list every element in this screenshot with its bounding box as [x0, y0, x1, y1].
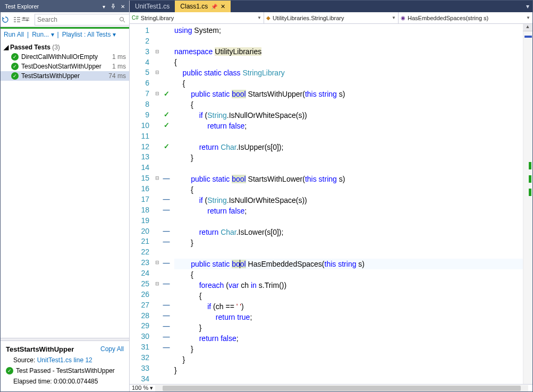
search-box[interactable]: [35, 14, 130, 25]
line-number: 20: [130, 227, 154, 235]
code-line[interactable]: {: [174, 57, 523, 67]
code-line[interactable]: if (String.IsNullOrWhiteSpace(s)): [174, 195, 523, 206]
search-input[interactable]: [35, 16, 119, 23]
code-body[interactable]: using System; namespace UtilityLibraries…: [174, 24, 523, 384]
group-by-icon[interactable]: [13, 13, 21, 26]
code-line[interactable]: {: [174, 78, 523, 89]
document-tabbar: UnitTest1.csClass1.cs📌✕ ▾: [130, 1, 532, 12]
code-line[interactable]: {: [174, 291, 523, 301]
code-line[interactable]: }: [174, 365, 523, 376]
tab-label: UnitTest1.cs: [135, 3, 170, 10]
fold-icon[interactable]: ⊟: [154, 49, 161, 54]
test-run-linkbar: Run All | Run... ▾ | Playlist : All Test…: [1, 29, 129, 40]
panel-title: Test Explorer: [5, 3, 99, 10]
code-line[interactable]: [174, 376, 523, 384]
code-line[interactable]: [174, 163, 523, 174]
code-line[interactable]: return false;: [174, 206, 523, 216]
code-line[interactable]: }: [174, 344, 523, 354]
window-position-icon[interactable]: ▾: [99, 2, 108, 11]
close-tab-icon[interactable]: ✕: [221, 3, 225, 10]
coverage-indicator: —: [161, 174, 172, 182]
coverage-marker: [529, 162, 531, 169]
code-line[interactable]: return false;: [174, 121, 523, 131]
code-line[interactable]: public static bool StartsWithLower(this …: [174, 174, 523, 184]
detail-source-link[interactable]: UnitTest1.cs line 12: [37, 356, 92, 364]
nav-member-combo[interactable]: ◉ HasEmbeddedSpaces(string s) ▼: [399, 12, 532, 23]
code-line[interactable]: {: [174, 99, 523, 110]
pin-icon[interactable]: 📌: [211, 4, 217, 10]
test-duration: 1 ms: [112, 53, 126, 61]
line-number: 19: [130, 216, 154, 225]
pin-icon[interactable]: [109, 2, 117, 11]
fold-icon[interactable]: ⊟: [154, 260, 161, 265]
nav-project-combo[interactable]: C# StringLibrary ▼: [130, 12, 264, 23]
split-icon[interactable]: ▲: [523, 24, 532, 31]
code-line[interactable]: foreach (var ch in s.Trim()): [174, 280, 523, 291]
code-line[interactable]: {: [174, 269, 523, 280]
code-line[interactable]: return false;: [174, 333, 523, 344]
search-icon[interactable]: [119, 16, 130, 23]
code-line[interactable]: [174, 216, 523, 227]
chevron-down-icon: ▼: [526, 15, 530, 20]
code-line[interactable]: }: [174, 237, 523, 248]
line-number: 2: [130, 37, 154, 45]
code-line[interactable]: }: [174, 322, 523, 333]
document-tab[interactable]: Class1.cs📌✕: [175, 1, 231, 12]
code-line[interactable]: using System;: [174, 25, 523, 36]
code-line[interactable]: return true;: [174, 312, 523, 322]
code-line[interactable]: if (ch == ' '): [174, 301, 523, 312]
code-editor[interactable]: 1 2 3 ⊟ 4 5 ⊟ 6 7 ⊟ ✓ 8 9 ✓ 10 ✓ 11 12 ✓: [130, 24, 532, 384]
fold-icon[interactable]: ⊟: [154, 70, 161, 75]
code-line[interactable]: [174, 36, 523, 46]
editor-statusbar: 100 % ▾: [130, 384, 532, 391]
expand-icon[interactable]: ◢: [4, 44, 10, 51]
line-number: 31: [130, 343, 154, 351]
fold-icon[interactable]: ⊟: [154, 175, 161, 181]
coverage-indicator: —: [161, 322, 172, 330]
coverage-marker: [529, 189, 531, 196]
zoom-level[interactable]: 100 % ▾: [132, 385, 153, 391]
coverage-indicator: ✓: [161, 110, 172, 118]
nav-class-combo[interactable]: ◆ UtilityLibraries.StringLibrary ▼: [264, 12, 399, 23]
line-number: 26: [130, 290, 154, 299]
test-item[interactable]: ✓ TestStartsWithUpper 74 ms: [1, 71, 129, 81]
line-number: 32: [130, 353, 154, 362]
code-line[interactable]: }: [174, 354, 523, 365]
test-group-passed[interactable]: ◢ Passed Tests (3): [1, 42, 129, 52]
fold-icon[interactable]: ⊟: [154, 91, 161, 96]
code-line[interactable]: public static bool StartsWithUpper(this …: [174, 89, 523, 99]
code-line[interactable]: [174, 248, 523, 259]
test-item[interactable]: ✓ DirectCallWithNullOrEmpty 1 ms: [1, 52, 129, 62]
code-line[interactable]: }: [174, 152, 523, 163]
line-number: 10: [130, 121, 154, 130]
run-link[interactable]: Run... ▾: [32, 31, 54, 38]
code-line[interactable]: public static class StringLibrary: [174, 67, 523, 78]
code-line[interactable]: {: [174, 184, 523, 195]
test-item[interactable]: ✓ TestDoesNotStartWithUpper 1 ms: [1, 62, 129, 71]
code-line[interactable]: [174, 131, 523, 142]
code-line[interactable]: return Char.IsUpper(s[0]);: [174, 142, 523, 152]
fold-icon[interactable]: ⊟: [154, 281, 161, 286]
playlist-link[interactable]: Playlist : All Tests ▾: [62, 31, 116, 38]
chevron-down-icon: ▼: [257, 15, 261, 20]
document-tab[interactable]: UnitTest1.cs: [130, 1, 175, 12]
coverage-indicator: —: [161, 227, 172, 235]
vertical-scrollbar[interactable]: ▲: [523, 24, 532, 384]
copy-all-link[interactable]: Copy All: [100, 345, 124, 353]
refresh-icon[interactable]: [2, 13, 9, 26]
coverage-indicator: ✓: [161, 90, 172, 98]
line-number: 23: [130, 258, 154, 267]
run-all-link[interactable]: Run All: [4, 31, 24, 38]
close-icon[interactable]: ✕: [119, 2, 127, 11]
pass-icon: ✓: [11, 63, 19, 70]
code-line[interactable]: public static bool HasEmbeddedSpaces(thi…: [174, 259, 523, 269]
code-line[interactable]: if (String.IsNullOrWhiteSpace(s)): [174, 110, 523, 121]
line-number: 33: [130, 364, 154, 372]
line-number: 17: [130, 195, 154, 203]
filter-icon[interactable]: [22, 13, 29, 26]
tab-overflow-icon[interactable]: ▾: [523, 1, 532, 12]
test-tree: ◢ Passed Tests (3) ✓ DirectCallWithNullO…: [1, 40, 129, 338]
code-line[interactable]: namespace UtilityLibraries: [174, 46, 523, 57]
code-line[interactable]: return Char.IsLower(s[0]);: [174, 227, 523, 237]
horizontal-scrollbar[interactable]: [155, 385, 528, 391]
